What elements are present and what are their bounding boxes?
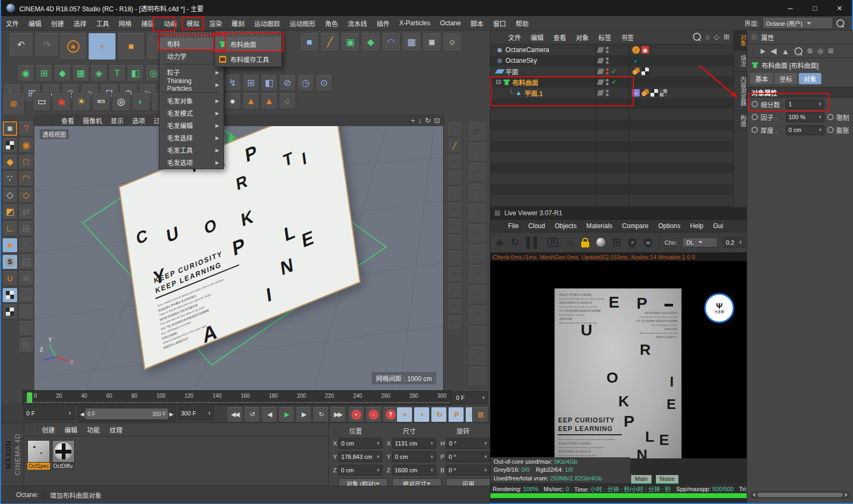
menu-item-Gui[interactable]: Gui — [708, 220, 728, 232]
world-globe[interactable]: ⊕ — [2, 92, 25, 115]
move-tool[interactable]: + — [88, 32, 116, 60]
attr-forward-icon[interactable]: ▲ — [782, 47, 790, 56]
object-row-OctaneSky[interactable]: ⊕OctaneSky◐ — [490, 55, 734, 66]
menu-item-Options[interactable]: Options — [653, 220, 685, 232]
menu-item-选项[interactable]: 选项 — [128, 115, 149, 126]
mograph-cloner[interactable]: ◆ — [361, 32, 380, 52]
octane-daylight[interactable]: ☀ — [72, 92, 91, 111]
modeling-tool-button[interactable]: ⊞ — [447, 299, 462, 314]
menu-item-标签[interactable]: 标签 — [594, 31, 616, 44]
octane-texture-env[interactable]: ◐ — [132, 92, 150, 111]
simulate-menu-item-毛发模式[interactable]: 毛发模式▶ — [160, 107, 223, 119]
coord-field-尺寸-Y[interactable]: 0 cm▲▼ — [392, 451, 436, 462]
enabled-check-icon[interactable]: ✓ — [611, 78, 617, 86]
menu-item-File[interactable]: File — [503, 220, 523, 232]
scroll-thumb[interactable] — [757, 493, 843, 497]
picker-region-icon[interactable]: ⊡ — [612, 237, 621, 247]
search-icon[interactable] — [836, 19, 844, 27]
lasso-selection[interactable]: ◠ — [18, 171, 34, 186]
modeling-tool-button[interactable]: ╱ — [447, 138, 462, 153]
dots-a[interactable]: ∷ — [18, 304, 34, 319]
enable-snap[interactable]: S — [2, 254, 18, 269]
menu-item-功能[interactable]: 功能 — [82, 423, 105, 436]
octane-ies-light[interactable]: IES — [92, 92, 111, 111]
goto-start-button[interactable]: ◀◀ — [227, 406, 243, 422]
rectangle-selection[interactable]: □ — [18, 154, 34, 170]
om-search-icon[interactable] — [693, 33, 701, 41]
modeling-tool-button[interactable]: ▽ — [447, 170, 462, 185]
modeling-tool-button[interactable]: ⊟ — [447, 186, 462, 201]
modeling-tool-button[interactable]: ⊟ — [467, 142, 487, 162]
attr-tab-对象[interactable]: 对象 — [799, 73, 821, 84]
visibility-dot[interactable] — [606, 50, 609, 53]
attr-back-icon[interactable]: ◀ — [770, 46, 777, 56]
zoom-icon[interactable]: ↕ — [418, 116, 422, 125]
timeline-ruler[interactable]: 0204060801001201401601802002202402602803… — [23, 390, 452, 405]
kf-position-button[interactable]: + — [396, 406, 413, 422]
visibility-dot[interactable] — [606, 68, 609, 71]
noise-pass-button[interactable]: Noise — [656, 475, 678, 484]
coord-field-位置-Z[interactable]: 0 cm▲▼ — [338, 465, 382, 476]
frame-start-field[interactable]: 0 F▲▼ — [24, 406, 74, 420]
vertex-ring[interactable]: ○ — [279, 92, 296, 109]
transfer-tool[interactable]: ◱ — [18, 254, 34, 269]
texture-mode[interactable] — [2, 137, 18, 153]
visibility-dot[interactable] — [606, 47, 609, 49]
cross-tool[interactable]: ⊠ — [18, 337, 34, 353]
modeling-tool-button[interactable]: ⊠ — [447, 251, 462, 266]
visibility-dot[interactable] — [606, 93, 609, 96]
scale-tool[interactable]: ■ — [117, 32, 145, 60]
modeling-tool-button[interactable]: ⊞ — [467, 346, 487, 366]
frame-end-field[interactable]: 300 F▲▼ — [178, 406, 214, 420]
kf-scale-button[interactable]: ▪ — [414, 406, 430, 422]
object-row-布料曲面[interactable]: ⊟布料曲面✓ — [490, 77, 734, 87]
menu-item-运动跟踪[interactable]: 运动跟踪 — [249, 17, 285, 30]
octane-camera[interactable]: ◉ — [52, 92, 71, 111]
t-checker-tag[interactable] — [641, 68, 649, 75]
restart-render-icon[interactable]: ↻ — [511, 237, 519, 247]
menu-item-纹理[interactable]: 纹理 — [105, 423, 127, 436]
edges-mode[interactable]: ◇ — [2, 187, 18, 203]
dynamics[interactable]: ↯ — [224, 74, 241, 91]
pen-spline[interactable]: ╱ — [320, 32, 339, 52]
attr-target-icon[interactable]: ◎ — [818, 47, 823, 55]
expand-icon[interactable]: ⊟ — [496, 78, 501, 86]
simulate-menu-item-毛发选项[interactable]: 毛发选项▶ — [160, 156, 223, 169]
array[interactable]: ⊞ — [35, 64, 53, 82]
menu-item-捕捉[interactable]: 捕捉 — [136, 17, 159, 30]
record-keyframe-button[interactable]: • — [348, 406, 364, 422]
coord-field-位置-X[interactable]: 0 cm▲▼ — [338, 438, 382, 449]
connector[interactable]: ⊞ — [242, 74, 259, 91]
side-tab-场次[interactable]: 场次 — [734, 51, 747, 72]
modeling-tool-button[interactable]: ⊡ — [467, 367, 487, 386]
modeling-tool-button[interactable]: ⊡ — [467, 265, 487, 284]
layer-chip[interactable] — [597, 69, 604, 74]
simulate-menu-item-毛发编辑[interactable]: 毛发编辑▶ — [160, 119, 223, 132]
menu-item-流水线[interactable]: 流水线 — [343, 17, 372, 30]
enabled-check-icon[interactable]: ✓ — [611, 68, 617, 75]
t-noise-tag[interactable] — [660, 89, 667, 97]
polygon-selection[interactable]: ◇ — [18, 187, 34, 203]
polygons-mode[interactable]: ◩ — [2, 204, 18, 220]
layer-chip[interactable] — [597, 79, 604, 85]
menu-item-编辑[interactable]: 编辑 — [526, 31, 548, 44]
pause-render-icon[interactable]: ▌▌ — [526, 237, 541, 247]
modeling-tool-button[interactable]: ▧ — [447, 315, 462, 330]
focus-pin-icon[interactable]: F — [626, 236, 639, 249]
modeling-tool-button[interactable]: ⊡ — [447, 283, 462, 298]
viewport-solo[interactable]: ● — [2, 237, 18, 253]
make-editable[interactable]: ◉ — [17, 64, 34, 82]
om-eye-icon[interactable]: ◇ — [714, 33, 719, 41]
attr-search-icon[interactable] — [794, 47, 803, 55]
simulate-menu-item-毛发对象[interactable]: 毛发对象▶ — [160, 94, 223, 107]
text[interactable]: T — [109, 64, 126, 82]
menu-item-编辑[interactable]: 编辑 — [60, 423, 82, 436]
side-tab-内容浏览器[interactable]: 内容浏览器 — [734, 72, 747, 111]
material-pin-icon[interactable]: M — [642, 236, 654, 249]
material-OctSpec[interactable]: OctSpec — [27, 440, 50, 470]
object-row-OctaneCamera[interactable]: ◙OctaneCamera∕◉ — [490, 45, 734, 55]
live-selection[interactable]: ◉ — [59, 32, 87, 60]
simulate-menu-item-毛发选择[interactable]: 毛发选择▶ — [160, 132, 223, 144]
t-cam-tag[interactable]: ◉ — [641, 46, 649, 54]
cloth-submenu-item-布料缓存工具[interactable]: 布料缓存工具 — [215, 52, 281, 67]
